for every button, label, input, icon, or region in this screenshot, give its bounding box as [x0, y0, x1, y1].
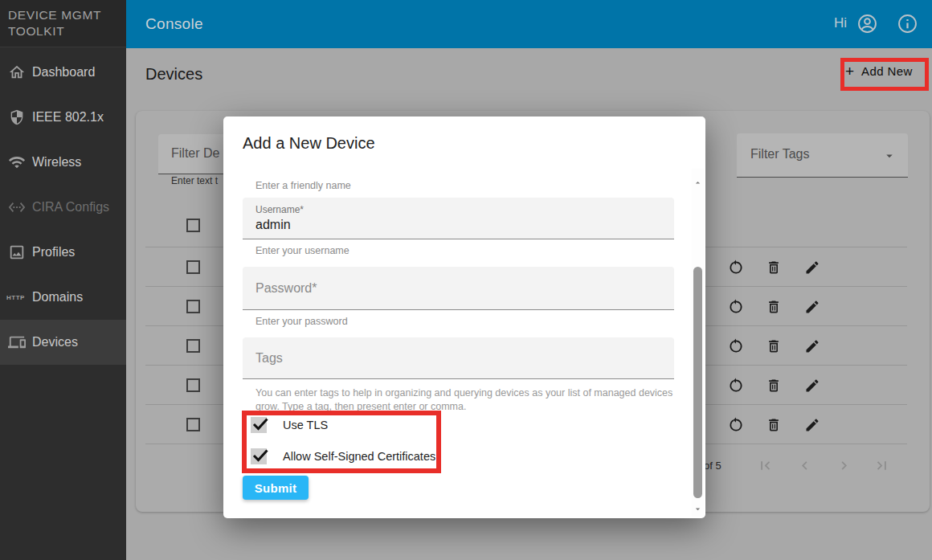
sidebar-item-label: Dashboard	[32, 65, 95, 80]
delete-icon[interactable]	[766, 417, 782, 433]
next-page-icon[interactable]	[836, 457, 852, 474]
sidebar-item-label: Profiles	[32, 245, 75, 260]
sidebar-item-cira-configs[interactable]: CIRA Configs	[0, 185, 126, 230]
username-value: admin	[255, 218, 291, 232]
sidebar-item-wireless[interactable]: Wireless	[0, 140, 126, 185]
page-title: Devices	[145, 65, 202, 84]
edit-icon[interactable]	[804, 338, 820, 354]
checkbox-label: Use TLS	[283, 419, 328, 431]
tags-help-text: You can enter tags to help in organizing…	[255, 386, 675, 413]
sidebar-item-label: Wireless	[32, 155, 81, 170]
home-icon	[8, 63, 26, 81]
add-device-modal: Add a New Device Enter a friendly name U…	[223, 116, 705, 518]
edit-icon[interactable]	[804, 299, 820, 315]
refresh-icon[interactable]	[728, 417, 744, 433]
app-window: DEVICE MGMT TOOLKIT DashboardIEEE 802.1x…	[0, 0, 932, 560]
sidebar-item-domains[interactable]: HTTPDomains	[0, 275, 126, 320]
row-checkbox[interactable]	[186, 300, 200, 313]
edit-icon[interactable]	[804, 417, 820, 433]
ethernet-icon	[8, 198, 26, 216]
sidebar-item-profiles[interactable]: Profiles	[0, 230, 126, 275]
checkbox-label: Allow Self-Signed Certificates	[283, 450, 435, 463]
row-checkbox[interactable]	[186, 260, 200, 274]
edit-icon[interactable]	[804, 378, 820, 394]
username-helper: Enter your username	[255, 245, 350, 256]
devices-icon	[8, 333, 26, 351]
add-new-label: Add New	[861, 64, 913, 78]
last-page-icon[interactable]	[873, 457, 890, 474]
row-checkbox[interactable]	[186, 418, 200, 431]
first-page-icon[interactable]	[757, 457, 774, 474]
row-checkbox[interactable]	[186, 378, 200, 392]
row-checkbox[interactable]	[186, 339, 200, 353]
username-label: Username*	[255, 204, 304, 215]
topbar: Console Hi	[126, 0, 932, 48]
sidebar-item-label: Devices	[32, 335, 78, 349]
username-field[interactable]: Username* admin	[243, 198, 674, 239]
app-title-line1: DEVICE MGMT	[8, 7, 118, 23]
scroll-down-icon[interactable]	[693, 504, 703, 514]
scrollbar-thumb[interactable]	[693, 267, 702, 498]
checkbox-allow-self-signed-certificates[interactable]: Allow Self-Signed Certificates	[251, 448, 435, 464]
image-icon	[8, 243, 26, 261]
scroll-up-icon[interactable]	[693, 178, 703, 188]
filter-devices-label: Filter De	[171, 146, 219, 161]
sidebar-menu: DashboardIEEE 802.1xWirelessCIRA Configs…	[0, 50, 126, 365]
sidebar-item-label: IEEE 802.1x	[32, 110, 104, 125]
edit-icon[interactable]	[804, 260, 820, 276]
refresh-icon[interactable]	[728, 260, 744, 276]
sidebar-item-ieee-802-1x[interactable]: IEEE 802.1x	[0, 95, 126, 140]
app-title-line2: TOOLKIT	[8, 23, 118, 39]
filter-devices-helper: Enter text t	[171, 175, 218, 186]
delete-icon[interactable]	[766, 338, 782, 354]
checkbox-box	[251, 417, 267, 433]
select-all-checkbox[interactable]	[186, 219, 200, 232]
tags-placeholder: Tags	[255, 351, 283, 366]
greeting-text: Hi	[834, 15, 847, 31]
friendly-name-helper: Enter a friendly name	[255, 180, 351, 191]
tags-field[interactable]: Tags	[243, 337, 674, 379]
http-icon: HTTP	[6, 294, 25, 301]
delete-icon[interactable]	[766, 378, 782, 394]
password-helper: Enter your password	[255, 316, 348, 327]
modal-scrollbar[interactable]	[692, 169, 704, 517]
password-placeholder: Password*	[255, 281, 317, 296]
pagination-range: of 5	[704, 460, 721, 472]
plus-icon: +	[845, 63, 854, 79]
filter-tags-label: Filter Tags	[750, 147, 810, 161]
refresh-icon[interactable]	[728, 338, 744, 354]
prev-page-icon[interactable]	[796, 457, 813, 474]
add-new-button[interactable]: + Add New	[845, 63, 913, 79]
refresh-icon[interactable]	[728, 378, 744, 394]
console-title: Console	[145, 15, 203, 33]
refresh-icon[interactable]	[728, 299, 744, 315]
filter-tags-select[interactable]: Filter Tags	[737, 133, 908, 178]
checkbox-box	[251, 448, 267, 464]
sidebar-item-label: CIRA Configs	[32, 200, 109, 215]
sidebar-item-dashboard[interactable]: Dashboard	[0, 50, 126, 95]
delete-icon[interactable]	[766, 260, 782, 276]
delete-icon[interactable]	[766, 299, 782, 315]
checkbox-use-tls[interactable]: Use TLS	[251, 417, 328, 433]
password-field[interactable]: Password*	[243, 267, 674, 310]
sidebar-item-label: Domains	[32, 290, 83, 305]
account-icon[interactable]	[856, 13, 878, 35]
wifi-icon	[8, 153, 26, 171]
sidebar: DEVICE MGMT TOOLKIT DashboardIEEE 802.1x…	[0, 0, 126, 560]
sidebar-item-devices[interactable]: Devices	[0, 320, 126, 365]
chevron-down-icon	[882, 149, 897, 163]
modal-title: Add a New Device	[243, 134, 375, 153]
info-icon[interactable]	[897, 13, 918, 35]
shield-icon	[8, 108, 26, 126]
app-logo: DEVICE MGMT TOOLKIT	[0, 0, 126, 47]
submit-button[interactable]: Submit	[243, 476, 309, 500]
